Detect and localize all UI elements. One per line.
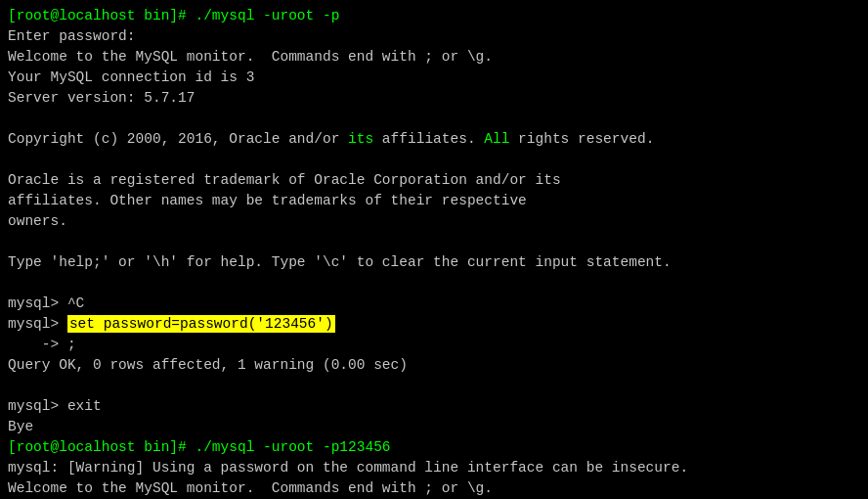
line-3: Welcome to the MySQL monitor. Commands e… [8, 47, 860, 68]
line-14 [8, 273, 860, 294]
line-12 [8, 232, 860, 252]
line-18: Query OK, 0 rows affected, 1 warning (0.… [8, 355, 860, 376]
line-7-part3: rights reserved. [509, 131, 654, 147]
line-22: [root@localhost bin]# ./mysql -uroot -p1… [8, 437, 860, 458]
line-1-text: [root@localhost bin]# ./mysql -uroot -p [8, 8, 339, 23]
terminal: [root@localhost bin]# ./mysql -uroot -p … [0, 0, 868, 499]
line-16-command: set password=password('123456') [67, 315, 335, 333]
line-7: Copyright (c) 2000, 2016, Oracle and/or … [8, 129, 860, 150]
line-19 [8, 376, 860, 396]
line-15-text: mysql> ^C [8, 295, 84, 311]
line-20-text: mysql> exit [8, 398, 102, 414]
line-2-text: Enter password: [8, 28, 136, 44]
line-20: mysql> exit [8, 396, 860, 417]
line-13-text: Type 'help;' or '\h' for help. Type '\c'… [8, 254, 672, 270]
line-17-text: -> ; [8, 337, 76, 352]
line-22-text: [root@localhost bin]# ./mysql -uroot -p1… [8, 439, 391, 455]
line-8 [8, 150, 860, 170]
line-21: Bye [8, 417, 860, 437]
line-23-text: mysql: [Warning] Using a password on the… [8, 460, 688, 476]
line-18-text: Query OK, 0 rows affected, 1 warning (0.… [8, 357, 408, 373]
line-9: Oracle is a registered trademark of Orac… [8, 170, 860, 191]
line-4-text: Your MySQL connection id is 3 [8, 69, 254, 85]
line-13: Type 'help;' or '\h' for help. Type '\c'… [8, 252, 860, 273]
line-16: mysql> set password=password('123456') [8, 314, 860, 335]
line-5: Server version: 5.7.17 [8, 88, 860, 109]
line-11-text: owners. [8, 213, 67, 229]
line-1: [root@localhost bin]# ./mysql -uroot -p [8, 6, 860, 26]
line-6 [8, 109, 860, 129]
line-2: Enter password: [8, 26, 860, 47]
line-5-text: Server version: 5.7.17 [8, 90, 195, 106]
line-24: Welcome to the MySQL monitor. Commands e… [8, 478, 860, 499]
line-16-prompt: mysql> [8, 316, 67, 332]
line-7-part2: affiliates. [373, 131, 484, 147]
line-11: owners. [8, 211, 860, 232]
line-23: mysql: [Warning] Using a password on the… [8, 458, 860, 478]
line-4: Your MySQL connection id is 3 [8, 68, 860, 88]
line-10-text: affiliates. Other names may be trademark… [8, 193, 527, 208]
line-21-text: Bye [8, 419, 33, 434]
line-9-text: Oracle is a registered trademark of Orac… [8, 172, 561, 188]
line-17: -> ; [8, 335, 860, 355]
line-15: mysql> ^C [8, 294, 860, 314]
line-24-text: Welcome to the MySQL monitor. Commands e… [8, 480, 493, 496]
line-7-part1: Copyright (c) 2000, 2016, Oracle and/or [8, 131, 348, 147]
line-3-text: Welcome to the MySQL monitor. Commands e… [8, 49, 493, 65]
line-7-all: All [484, 131, 509, 147]
line-7-its: its [348, 131, 373, 147]
line-10: affiliates. Other names may be trademark… [8, 191, 860, 211]
